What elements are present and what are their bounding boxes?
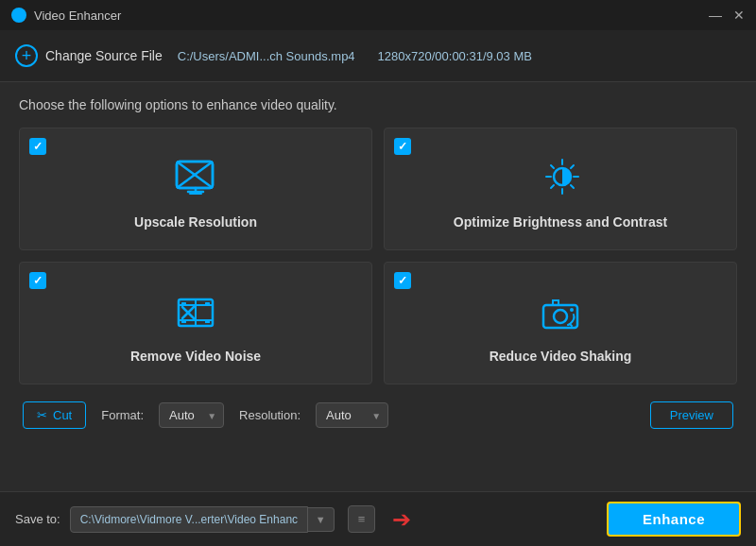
- cut-label: Cut: [53, 408, 72, 422]
- app-icon: [11, 8, 26, 23]
- noise-icon: [169, 286, 222, 339]
- upscale-label: Upscale Resolution: [134, 214, 257, 230]
- svg-line-11: [571, 165, 574, 168]
- upscale-icon: [169, 152, 222, 205]
- source-bar: + Change Source File C:/Users/ADMI...ch …: [0, 30, 756, 82]
- svg-rect-17: [181, 302, 186, 305]
- option-brightness-contrast: Optimize Brightness and Contrast: [384, 128, 737, 250]
- noise-label: Remove Video Noise: [130, 349, 261, 364]
- title-bar: Video Enhancer — ✕: [0, 0, 756, 30]
- brightness-label: Optimize Brightness and Contrast: [454, 214, 667, 230]
- checkbox-brightness[interactable]: [394, 138, 411, 155]
- change-source-button[interactable]: + Change Source File: [15, 44, 163, 67]
- svg-point-24: [554, 310, 567, 323]
- svg-line-12: [551, 185, 554, 188]
- resolution-label: Resolution:: [239, 408, 301, 422]
- app-title: Video Enhancer: [34, 9, 121, 23]
- resolution-select[interactable]: Auto 1080p 720p 480p: [316, 402, 388, 428]
- toolbar: ✂ Cut Format: Auto MP4 AVI MKV Resolutio…: [19, 401, 737, 429]
- save-path-edit-button[interactable]: ≡: [348, 505, 376, 533]
- source-file-path: C:/Users/ADMI...ch Sounds.mp4: [178, 49, 355, 63]
- enhance-button[interactable]: Enhance: [607, 502, 741, 537]
- option-remove-noise: Remove Video Noise: [19, 262, 372, 384]
- preview-button[interactable]: Preview: [650, 401, 733, 429]
- format-select-wrap: Auto MP4 AVI MKV: [159, 402, 224, 428]
- format-select[interactable]: Auto MP4 AVI MKV: [159, 402, 224, 428]
- format-label: Format:: [101, 408, 144, 422]
- close-button[interactable]: ✕: [733, 9, 745, 22]
- subtitle: Choose the following options to enhance …: [19, 97, 737, 112]
- bottom-bar: Save to: ▼ ≡ ➔ Enhance: [0, 491, 756, 546]
- resolution-select-wrap: Auto 1080p 720p 480p: [316, 402, 388, 428]
- shaking-icon: [534, 286, 587, 339]
- arrow-right-icon: ➔: [392, 506, 411, 533]
- svg-line-9: [551, 165, 554, 168]
- checkbox-noise[interactable]: [29, 272, 46, 289]
- plus-circle-icon: +: [15, 44, 38, 67]
- save-to-label: Save to:: [15, 512, 60, 526]
- options-grid: Upscale Resolution: [19, 128, 737, 384]
- svg-line-10: [571, 185, 574, 188]
- shaking-label: Reduce Video Shaking: [490, 349, 632, 364]
- svg-rect-19: [181, 320, 186, 323]
- svg-point-25: [570, 308, 574, 312]
- window-controls: — ✕: [709, 9, 745, 22]
- save-path-container: ▼: [70, 506, 335, 533]
- svg-rect-20: [205, 320, 210, 323]
- option-reduce-shaking: Reduce Video Shaking: [384, 262, 737, 384]
- svg-rect-18: [205, 302, 210, 305]
- scissors-icon: ✂: [37, 408, 47, 422]
- option-upscale-resolution: Upscale Resolution: [19, 128, 372, 250]
- source-file-meta: 1280x720/00:00:31/9.03 MB: [378, 49, 532, 63]
- checkbox-shaking[interactable]: [394, 272, 411, 289]
- save-path-input[interactable]: [70, 506, 308, 533]
- save-path-dropdown[interactable]: ▼: [308, 507, 335, 532]
- change-source-label: Change Source File: [45, 48, 163, 63]
- main-content: Choose the following options to enhance …: [0, 82, 756, 444]
- minimize-button[interactable]: —: [709, 9, 722, 22]
- brightness-icon: [534, 152, 587, 205]
- cut-button[interactable]: ✂ Cut: [23, 401, 86, 429]
- checkbox-upscale[interactable]: [29, 138, 46, 155]
